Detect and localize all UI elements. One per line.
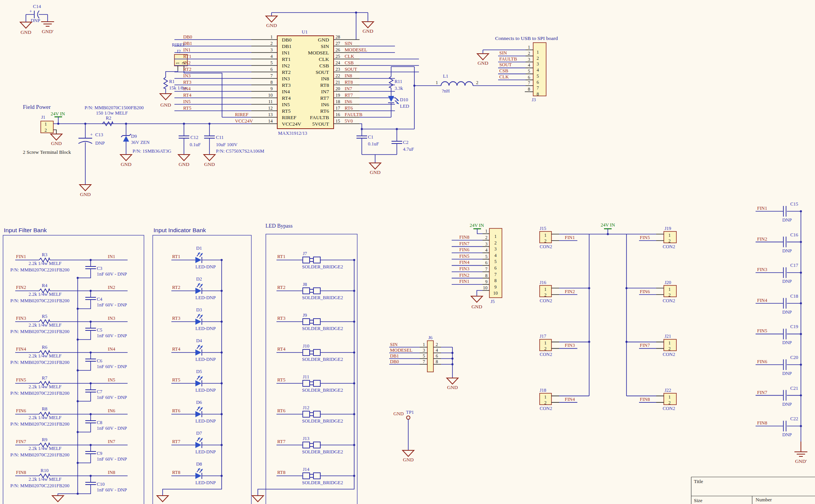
con2-connector[interactable]: J22 1 2 FIN8 CON2	[626, 388, 676, 411]
j6-body[interactable]	[427, 341, 433, 372]
led-value: LED-DNP	[195, 388, 216, 393]
j5-signal-row[interactable]: FIN2 8	[452, 273, 489, 278]
c2-capacitor-symbol[interactable]	[392, 141, 402, 144]
filter-row[interactable]: FIN3 R5 2.2k 1/4w MELF P/N: MMB02070C220…	[10, 314, 128, 341]
indicator-row[interactable]: RT7 D7 LED-DNP	[171, 431, 223, 455]
j5-signal-row[interactable]: FIN8 2	[452, 234, 489, 240]
indicator-row[interactable]: RT8 D8 LED-DNP	[171, 461, 223, 485]
j3-signal-row[interactable]: FAULTB 3	[498, 56, 533, 62]
j6-connector[interactable]: J6 SIN 1 2 MODESEL 3 4 DB1 5	[389, 335, 458, 390]
con2-connector[interactable]: J21 1 2 FIN7 CON2	[626, 333, 676, 357]
filter-row[interactable]: FIN5 R7 2.2k 1/4w MELF P/N: MMB02070C220…	[10, 375, 128, 402]
led-bypass-bank[interactable]: LED Bypass RT1 J7 SOLDER_BRIDGE2 RT2 J8 …	[252, 223, 357, 504]
net-label: FIN2	[565, 289, 575, 294]
j5-signal-row[interactable]: FIN5 5	[452, 254, 489, 259]
bypass-row[interactable]: RT5 J11 SOLDER_BRIDGE2	[276, 374, 355, 393]
j3-pin1-number: 1	[528, 45, 530, 50]
pin-number: 4	[528, 62, 530, 68]
u1-chip[interactable]: U1 MAX31912/13 GND GND 1 DB0 2 DB1 3 IN1	[174, 11, 419, 136]
bypass-row[interactable]: RT3 J9 SOLDER_BRIDGE2	[276, 313, 355, 331]
gnd-symbol	[51, 134, 62, 140]
con2-connector[interactable]: J15 1 2 FIN1 CON2	[540, 226, 589, 249]
capacitor-symbol	[783, 359, 786, 370]
tp1-testpoint[interactable]: GND TP1 GND	[393, 410, 414, 463]
bypass-row[interactable]: RT7 J13 SOLDER_BRIDGE2	[276, 436, 355, 455]
pin1-number: 1	[544, 233, 547, 238]
j5-signal-row[interactable]: FIN7 3	[452, 241, 489, 247]
indicator-row[interactable]: RT2 D2 LED-DNP	[171, 276, 223, 300]
c12-capacitor-symbol[interactable]	[179, 136, 189, 138]
r1-resistor-symbol[interactable]	[164, 77, 168, 89]
bypass-row[interactable]: RT1 J7 SOLDER_BRIDGE2	[276, 251, 355, 270]
d9-zener-symbol[interactable]	[123, 136, 129, 142]
field-power-circuit[interactable]: Field Power J1 24V IN 1 2 GND 2 Screw Te…	[23, 104, 264, 197]
outcap-row[interactable]: FIN1 C15 DNP	[756, 201, 802, 223]
filter-row[interactable]: FIN2 R4 2.2k 1/4w MELF P/N: MMB02070C220…	[10, 283, 128, 310]
filter-row[interactable]: FIN1 R3 2.2k 1/4w MELF P/N: MMB02070C220…	[10, 252, 128, 279]
l1-inductor-symbol[interactable]	[441, 82, 473, 86]
r1-designator: R1	[169, 79, 175, 84]
con2-connector[interactable]: J20 1 2 FIN6 CON2	[626, 280, 676, 303]
indicator-row[interactable]: RT5 D5 LED-DNP	[171, 369, 223, 393]
indicator-row[interactable]: RT6 D6 LED-DNP	[171, 400, 223, 424]
field-input-connectors[interactable]: 24V IN J15 1 2 FIN1 CON2 J16 1 2	[540, 222, 676, 411]
j5-signal-row[interactable]: FIN1 9	[452, 279, 489, 284]
con2-connector[interactable]: J16 1 2 FIN2 CON2	[540, 280, 589, 303]
bypass-row[interactable]: RT4 J10 SOLDER_BRIDGE2	[276, 343, 355, 362]
filter-row[interactable]: FIN6 R8 2.2k 1/4w MELF P/N: MMB02070C220…	[10, 406, 128, 433]
c14-capacitor-circuit[interactable]: C14 + DNP GND GND'	[20, 4, 54, 35]
j1-body[interactable]	[41, 121, 53, 133]
c1-capacitor-symbol[interactable]	[356, 136, 367, 138]
j5-signal-row[interactable]: FIN4 6	[452, 260, 489, 265]
j3-connector[interactable]: Connects to USB to SPI board GND 1 7 8 S…	[477, 35, 558, 102]
l1-designator: L1	[443, 73, 448, 79]
j3-body[interactable]	[533, 43, 546, 96]
con2-connector[interactable]: J18 1 2 FIN4 CON2	[540, 388, 589, 411]
j6-row[interactable]: DB1 5 6	[389, 353, 452, 359]
indicator-row[interactable]: RT4 D4 LED-DNP	[171, 338, 223, 362]
outcap-row[interactable]: FIN4 C18 DNP	[756, 293, 802, 315]
bypass-row[interactable]: RT6 J12 SOLDER_BRIDGE2	[276, 405, 355, 424]
filter-row[interactable]: FIN8 R10 2.2k 1/4w MELF P/N: MMB02070C22…	[10, 468, 128, 495]
outcap-row[interactable]: FIN3 C17 DNP	[756, 263, 802, 284]
j3-signal-row[interactable]: SOUT 4	[498, 62, 533, 68]
bypass-row[interactable]: RT8 J14 SOLDER_BRIDGE2	[276, 467, 355, 485]
j5-signal-row[interactable]: FIN3 7	[452, 266, 489, 272]
filter-row[interactable]: FIN4 R6 2.2k 1/4w MELF P/N: MMB02070C220…	[10, 345, 128, 372]
bypass-row[interactable]: RT2 J8 SOLDER_BRIDGE2	[276, 282, 355, 300]
net-label-fin: FIN8	[16, 470, 26, 475]
gnd-symbol	[362, 22, 374, 28]
pin2-number: 2	[668, 238, 671, 244]
j3-signal-row[interactable]: SIN 2	[498, 50, 533, 56]
con2-connector[interactable]: J19 1 2 FIN5 CON2	[626, 226, 676, 249]
led-designator: D6	[196, 400, 202, 405]
outcap-row[interactable]: FIN2 C16 DNP	[756, 232, 802, 254]
pin-name: RT5	[282, 108, 291, 114]
indicator-row[interactable]: RT3 D3 LED-DNP	[171, 307, 223, 331]
output-caps-bank[interactable]: FIN1 C15 DNP FIN2 C16 DNP FIN3 C17 DNP	[756, 201, 807, 464]
outcap-row[interactable]: FIN8 C22 DNP	[756, 416, 802, 437]
title-block-number-label: Number	[756, 497, 772, 502]
pin-number: 11	[268, 99, 273, 104]
d10-led-symbol[interactable]	[388, 96, 399, 104]
j3-signal-row[interactable]: CLK 6	[498, 74, 533, 80]
input-filter-bank[interactable]: Input Filter Bank FIN1 R3 2.2k 1/4w MELF…	[3, 227, 144, 504]
input-indicator-bank[interactable]: Input Indicator Bank RT1 D1 LED-DNP RT2 …	[153, 227, 251, 504]
outcap-row[interactable]: FIN7 C21 DNP	[756, 386, 802, 407]
tp1-pad-symbol[interactable]	[407, 416, 410, 419]
j5-signal-row[interactable]: FIN6 4	[452, 247, 489, 253]
outcap-row[interactable]: FIN5 C19 DNP	[756, 324, 802, 345]
output-filter-caps[interactable]: C1 0.1uF C2 4.7uF GND	[356, 128, 414, 175]
d9-designator: D9	[131, 134, 137, 139]
con2-connector[interactable]: J17 1 2 FIN3 CON2	[540, 333, 589, 357]
c11-capacitor-symbol[interactable]	[204, 136, 215, 138]
j5-connector[interactable]: 24V IN 1 10 FIN8 2 FIN7 3 FIN6 4	[452, 223, 502, 309]
j6-row[interactable]: MODESEL 3 4	[389, 348, 452, 353]
outcap-row[interactable]: FIN6 C20 DNP	[756, 355, 802, 376]
capacitor-value: 1nF 60V - DNP	[97, 364, 127, 369]
indicator-row[interactable]: RT1 D1 LED-DNP	[171, 246, 223, 270]
filter-row[interactable]: FIN7 R9 2.2k 1/4w MELF P/N: MMB02070C220…	[10, 437, 128, 464]
j6-row[interactable]: DB0 7 8	[389, 359, 452, 364]
j3-signal-row[interactable]: CSB 5	[498, 68, 533, 74]
j6-row[interactable]: SIN 1 2	[389, 342, 452, 347]
